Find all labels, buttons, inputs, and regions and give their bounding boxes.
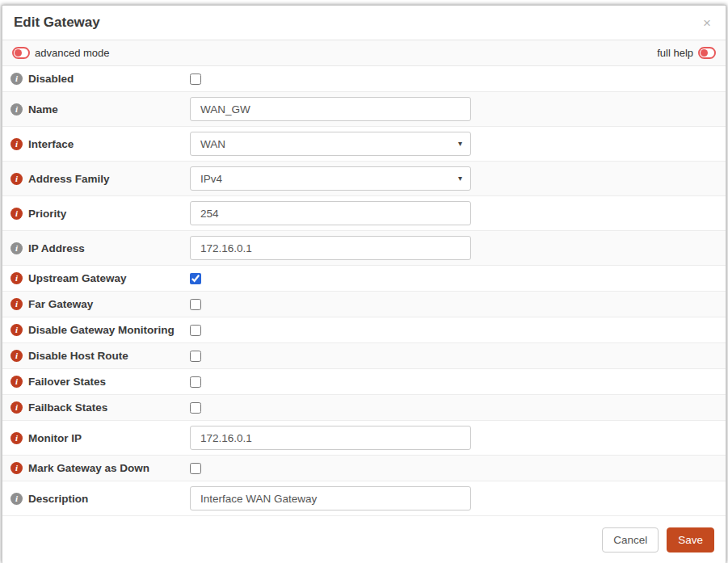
description-input[interactable]	[190, 486, 471, 510]
control-cell	[190, 97, 726, 121]
info-icon[interactable]: i	[11, 493, 23, 505]
close-icon[interactable]: ×	[700, 15, 714, 32]
failover-states-checkbox[interactable]	[190, 376, 201, 388]
info-icon[interactable]: i	[11, 324, 23, 336]
form-row: i IP Address	[2, 231, 726, 266]
monitor-ip-input[interactable]	[190, 426, 471, 450]
field-label: Upstream Gateway	[28, 272, 127, 284]
failback-states-checkbox[interactable]	[190, 402, 201, 414]
label-cell: i Description	[2, 493, 190, 505]
ip-address-input[interactable]	[190, 236, 471, 260]
advanced-mode-label: advanced mode	[35, 47, 110, 59]
control-cell	[190, 236, 726, 260]
dialog-title: Edit Gateway	[14, 15, 100, 31]
info-icon[interactable]: i	[11, 173, 23, 185]
info-icon[interactable]: i	[11, 242, 23, 254]
cancel-button[interactable]: Cancel	[602, 527, 659, 552]
label-cell: i Failback States	[2, 401, 190, 414]
field-label: Disable Gateway Monitoring	[28, 324, 175, 336]
field-label: Disable Host Route	[28, 350, 128, 362]
control-cell	[190, 299, 726, 310]
form-row: i Mark Gateway as Down	[2, 456, 726, 481]
control-cell	[190, 463, 726, 474]
chevron-down-icon: ▾	[458, 140, 462, 148]
far-gateway-checkbox[interactable]	[190, 299, 201, 310]
field-label: Failover States	[28, 376, 106, 388]
form-row: i Address Family IPv4▾	[2, 162, 726, 196]
dialog-footer: Cancel Save	[2, 516, 726, 563]
info-icon[interactable]: i	[11, 432, 23, 444]
info-icon[interactable]: i	[11, 376, 23, 388]
save-button[interactable]: Save	[667, 527, 714, 552]
full-help-label: full help	[657, 47, 693, 59]
control-cell	[190, 351, 726, 362]
form-row: i Failback States	[2, 395, 726, 421]
control-cell	[190, 486, 726, 510]
info-icon[interactable]: i	[11, 208, 23, 220]
info-icon[interactable]: i	[11, 350, 23, 362]
edit-gateway-dialog: Edit Gateway × advanced mode full help i…	[2, 5, 726, 563]
form-row: i Upstream Gateway	[2, 266, 726, 292]
select-value: WAN	[200, 138, 225, 150]
info-icon[interactable]: i	[11, 298, 23, 310]
label-cell: i Interface	[2, 138, 190, 150]
control-cell: IPv4▾	[190, 166, 726, 191]
field-label: Failback States	[28, 401, 107, 414]
form-row: i Name	[2, 92, 726, 127]
name-input[interactable]	[190, 97, 471, 121]
info-icon[interactable]: i	[11, 272, 23, 284]
interface-select[interactable]: WAN▾	[190, 132, 471, 156]
form-row: i Description	[2, 481, 726, 516]
advanced-mode-toggle[interactable]: advanced mode	[12, 47, 110, 59]
info-icon[interactable]: i	[11, 103, 23, 116]
field-label: Monitor IP	[28, 432, 82, 444]
label-cell: i Address Family	[2, 173, 190, 185]
upstream-gateway-checkbox[interactable]	[190, 273, 201, 284]
label-cell: i Disable Host Route	[2, 350, 190, 362]
field-label: Priority	[28, 208, 66, 220]
form-row: i Interface WAN▾	[2, 127, 726, 162]
control-cell	[190, 74, 726, 85]
form-row: i Monitor IP	[2, 421, 726, 456]
disable-host-route-checkbox[interactable]	[190, 351, 201, 362]
form-row: i Disable Gateway Monitoring	[2, 317, 726, 343]
toggle-switch-icon	[12, 47, 30, 59]
disabled-checkbox[interactable]	[190, 74, 201, 85]
dialog-header: Edit Gateway ×	[2, 6, 726, 40]
label-cell: i Disabled	[2, 73, 190, 85]
field-label: Disabled	[28, 73, 74, 85]
label-cell: i IP Address	[2, 242, 190, 254]
control-cell	[190, 325, 726, 336]
mark-gateway-as-down-checkbox[interactable]	[190, 463, 201, 474]
field-label: Description	[28, 493, 88, 505]
form-row: i Failover States	[2, 369, 726, 395]
control-cell: WAN▾	[190, 132, 726, 156]
full-help-toggle[interactable]: full help	[657, 47, 716, 59]
label-cell: i Failover States	[2, 376, 190, 388]
form-row: i Far Gateway	[2, 292, 726, 317]
field-label: Name	[28, 103, 58, 116]
info-icon[interactable]: i	[11, 73, 23, 85]
form-row: i Disable Host Route	[2, 343, 726, 369]
form-row: i Priority	[2, 196, 726, 231]
control-cell	[190, 376, 726, 388]
field-label: Interface	[28, 138, 74, 150]
label-cell: i Monitor IP	[2, 432, 190, 444]
priority-input[interactable]	[190, 201, 471, 225]
label-cell: i Priority	[2, 208, 190, 220]
info-icon[interactable]: i	[11, 462, 23, 474]
control-cell	[190, 201, 726, 225]
help-toolbar: advanced mode full help	[2, 40, 726, 66]
address-family-select[interactable]: IPv4▾	[190, 166, 471, 191]
field-label: Mark Gateway as Down	[28, 462, 149, 474]
info-icon[interactable]: i	[11, 138, 23, 150]
form-row: i Disabled	[2, 66, 726, 92]
label-cell: i Name	[2, 103, 190, 116]
disable-gateway-monitoring-checkbox[interactable]	[190, 325, 201, 336]
info-icon[interactable]: i	[11, 401, 23, 414]
chevron-down-icon: ▾	[458, 174, 462, 183]
control-cell	[190, 426, 726, 450]
toggle-switch-icon	[698, 47, 716, 59]
label-cell: i Mark Gateway as Down	[2, 462, 190, 474]
select-value: IPv4	[200, 173, 222, 185]
